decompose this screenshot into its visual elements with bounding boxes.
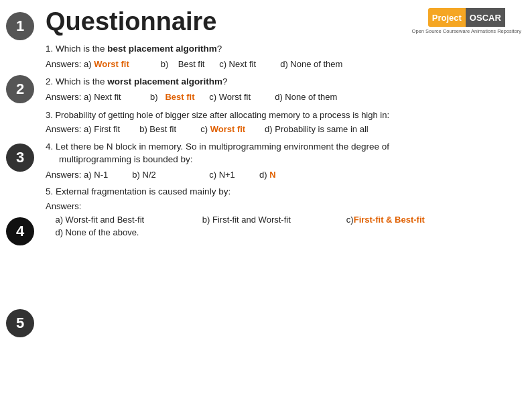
q1-c-label: c) Next fit — [219, 59, 256, 69]
q4-b-label: b) N/2 — [132, 170, 155, 180]
circle-3: 3 — [6, 144, 34, 172]
circle-2: 2 — [6, 75, 34, 103]
q2-c-label: c) Worst fit — [209, 92, 251, 102]
q4-c-label: c) N+1 — [209, 170, 235, 180]
question-3-block: 3. Probability of getting hole of bigger… — [46, 109, 521, 136]
header: Questionnaire Project OSCAR Open Source … — [46, 8, 521, 36]
q5-answer-c: First-fit & Best-fit — [354, 215, 425, 225]
q2-b-label: b) — [150, 92, 158, 102]
q4-answers-label: Answers: a) N-1 — [46, 170, 108, 180]
logo: Project OSCAR Open Source Courseware Ani… — [412, 8, 521, 34]
question-4-block: 4. Let there be N block in memory. So in… — [46, 141, 521, 181]
q2-text-after: ? — [222, 76, 228, 87]
q3-answers: Answers: a) First fit b) Best fit c) Wor… — [46, 123, 521, 136]
question-5-block: 5. External fragmentation is caused main… — [46, 186, 521, 239]
q4-text-line1: 4. Let there be N block in memory. So in… — [46, 141, 389, 152]
q2-text-before: 2. Which is the — [46, 76, 107, 87]
q2-d-label: d) None of them — [275, 92, 337, 102]
page-title: Questionnaire — [46, 8, 217, 36]
q5-c-label: c) — [346, 215, 354, 225]
q3-answer-c: Worst fit — [210, 124, 245, 134]
q5-answers: Answers: a) Worst-fit and Best-fit b) Fi… — [46, 200, 521, 239]
q5-b-label: b) First-fit and Worst-fit — [202, 215, 291, 225]
question-2-text: 2. Which is the worst placement algorith… — [46, 76, 521, 89]
number-circles: 1 2 3 4 5 — [0, 0, 40, 399]
q4-answer-d: N — [269, 170, 275, 180]
q3-answers-label: Answers: a) First fit — [46, 124, 120, 134]
q1-text-after: ? — [217, 44, 222, 54]
page: 1 2 3 4 5 Questionnaire Project OSCAR Op… — [0, 0, 532, 399]
q1-answer-b: Best fit — [178, 59, 205, 69]
logo-oscar: OSCAR — [466, 8, 505, 27]
logo-project: Project — [428, 8, 466, 27]
q1-answers: Answers: a) Worst fit b) Best fit c) Nex… — [46, 58, 521, 71]
q4-answers: Answers: a) N-1 b) N/2 c) N+1 d) N — [46, 168, 521, 182]
q3-b-label: b) Best fit — [139, 124, 176, 134]
q2-answers-label: Answers: a) Next fit — [46, 92, 121, 102]
logo-tagline: Open Source Courseware Animations Reposi… — [412, 28, 521, 34]
q3-c-label: c) — [200, 124, 208, 134]
q1-bold: best placement algorithm — [107, 44, 217, 54]
q5-d-label: d) None of the above. — [55, 227, 139, 237]
q1-text-before: 1. Which is the — [46, 44, 107, 54]
q3-text: 3. Probability of getting hole of bigger… — [46, 109, 521, 121]
q1-b-label: b) — [161, 59, 169, 69]
q4-text: 4. Let there be N block in memory. So in… — [46, 141, 521, 166]
q3-d-label: d) Probability is same in all — [265, 124, 369, 134]
q4-text-line2: multiprogramming is bounded by: — [59, 154, 193, 164]
q2-answer-b: Best fit — [165, 92, 194, 102]
q5-answers-label: Answers: — [46, 201, 81, 211]
q1-answer-a: Worst fit — [94, 59, 129, 69]
circle-1: 1 — [6, 12, 34, 40]
q5-text: 5. External fragmentation is caused main… — [46, 186, 521, 198]
main-content: Questionnaire Project OSCAR Open Source … — [39, 0, 532, 399]
q1-d-label: d) None of them — [280, 59, 342, 69]
q4-d-label: d) — [259, 170, 267, 180]
q2-answers: Answers: a) Next fit b) Best fit c) Wors… — [46, 91, 521, 104]
circle-5: 5 — [6, 309, 34, 337]
question-2-block: 2. Which is the worst placement algorith… — [46, 76, 521, 103]
q1-answers-label: Answers: a) — [46, 59, 92, 69]
question-1-block: 1. Which is the best placement algorithm… — [46, 43, 521, 70]
question-1-text: 1. Which is the best placement algorithm… — [46, 43, 521, 56]
q5-a-label: a) Worst-fit and Best-fit — [55, 215, 144, 225]
circle-4: 4 — [6, 217, 34, 245]
q2-bold: worst placement algorithm — [107, 76, 222, 87]
